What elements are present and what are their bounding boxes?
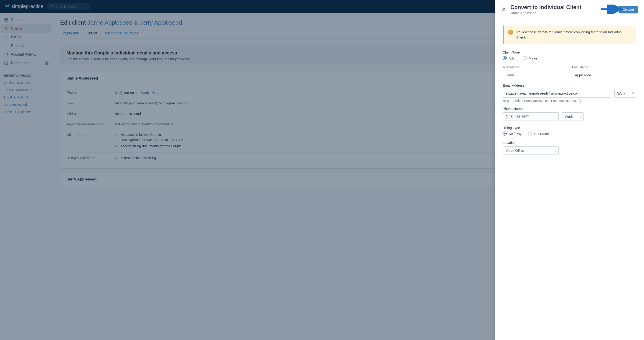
location-label: Location: [503, 141, 636, 144]
billing-type-label: Billing Type: [503, 126, 636, 130]
last-name-label: Last Name: [572, 65, 636, 69]
panel-title: Convert to Individual Client: [510, 4, 615, 11]
radio-self-pay[interactable]: Self-Pay: [503, 131, 522, 136]
first-name-label: First Name: [503, 65, 567, 69]
panel-subtitle: Jamie Appleseed: [510, 11, 615, 15]
email-label: Email Address: [503, 83, 636, 87]
client-type-label: Client Type: [503, 50, 636, 54]
email-helper: To grant Client Portal access, enter an …: [503, 99, 636, 103]
last-name-field[interactable]: [572, 71, 636, 79]
modal-overlay: ✕ Convert to Individual Client Jamie App…: [0, 0, 644, 340]
first-name-field[interactable]: [503, 71, 567, 79]
radio-adult[interactable]: Adult: [503, 56, 516, 60]
alert-icon: !: [508, 30, 513, 35]
convert-button[interactable]: Convert: [619, 6, 638, 14]
location-select[interactable]: Video Office: [503, 146, 559, 155]
panel-header: ✕ Convert to Individual Client Jamie App…: [495, 0, 644, 19]
convert-panel: ✕ Convert to Individual Client Jamie App…: [495, 0, 644, 340]
radio-insurance[interactable]: Insurance: [528, 131, 549, 136]
phone-type-select[interactable]: Work: [562, 112, 584, 121]
review-alert: ! Review these details for Jamie before …: [503, 26, 636, 44]
phone-label: Phone Number: [503, 107, 636, 110]
close-icon[interactable]: ✕: [501, 6, 506, 13]
help-icon[interactable]: ?: [579, 99, 582, 103]
email-field[interactable]: [503, 89, 611, 98]
email-type-select[interactable]: Work: [614, 89, 636, 98]
radio-minor[interactable]: Minor: [523, 56, 537, 60]
alert-text: Review these details for Jamie before co…: [516, 30, 632, 40]
phone-field[interactable]: [503, 112, 559, 121]
